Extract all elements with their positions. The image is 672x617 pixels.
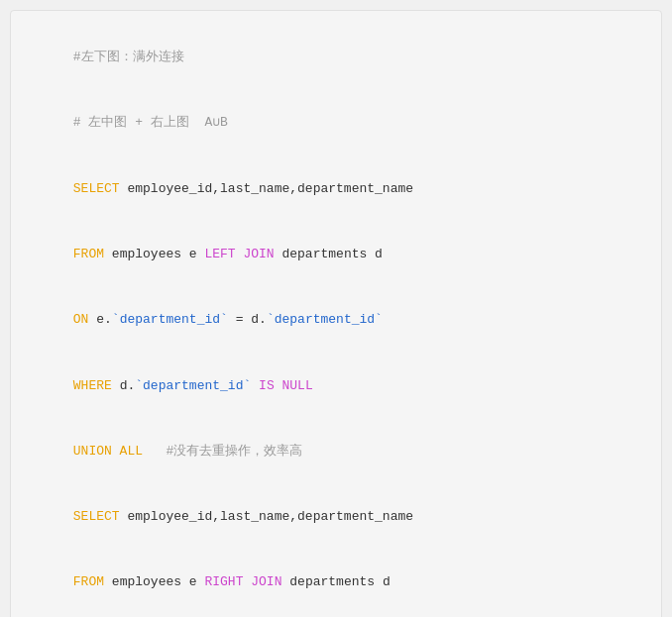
line-b1-4: FROM employees e LEFT JOIN departments d <box>27 222 645 287</box>
line-b1-7: UNION ALL #没有去重操作，效率高 <box>27 419 645 484</box>
line-b1-9: FROM employees e RIGHT JOIN departments … <box>27 550 645 615</box>
line-comment-1: #左下图：满外连接 <box>27 25 645 90</box>
line-b1-8: SELECT employee_id,last_name,department_… <box>27 484 645 550</box>
line-b1-3: SELECT employee_id,last_name,department_… <box>27 156 645 222</box>
line-comment-2: # 左中图 + 右上图 A∪B <box>27 90 645 155</box>
main-container: #左下图：满外连接 # 左中图 + 右上图 A∪B SELECT employe… <box>10 10 662 617</box>
code-block-1: #左下图：满外连接 # 左中图 + 右上图 A∪B SELECT employe… <box>10 10 662 617</box>
line-b1-5: ON e.`department_id` = d.`department_id` <box>27 287 645 353</box>
line-b1-6: WHERE d.`department_id` IS NULL <box>27 353 645 418</box>
